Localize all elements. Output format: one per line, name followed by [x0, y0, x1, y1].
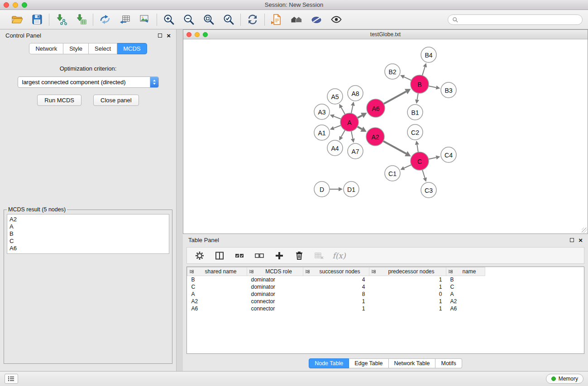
tab-style[interactable]: Style [63, 43, 89, 54]
node-A6[interactable]: A6 [367, 99, 385, 117]
close-panel-button[interactable]: Close panel [93, 95, 139, 106]
edge-C-C2[interactable] [417, 145, 418, 152]
memory-button[interactable]: Memory [546, 374, 583, 384]
node-A1[interactable]: A1 [314, 125, 330, 140]
column-header-predecessor-nodes[interactable]: predecessor nodes [369, 267, 446, 276]
edge-A-A1[interactable] [334, 125, 341, 128]
delete-row-icon[interactable] [294, 250, 305, 261]
tab-motifs[interactable]: Motifs [435, 358, 462, 368]
mcds-result-item[interactable]: A6 [10, 245, 167, 252]
search-input[interactable] [460, 16, 578, 23]
node-C3[interactable]: C3 [421, 182, 436, 198]
node-C1[interactable]: C1 [385, 166, 400, 181]
close-window-button[interactable] [4, 2, 9, 8]
resize-handle[interactable] [582, 228, 587, 233]
node-B1[interactable]: B1 [407, 105, 423, 120]
edge-C-C3[interactable] [422, 170, 425, 178]
network-canvas[interactable]: B4B2BB3A5A8A6A3B1AC2A1A2A4A7C4CC1C3DD1 [183, 39, 588, 234]
float-panel-icon[interactable] [158, 33, 162, 38]
export-image-icon[interactable] [139, 13, 151, 26]
edge-B-B3[interactable] [429, 86, 436, 87]
export-network-icon[interactable] [99, 13, 111, 26]
node-table[interactable]: shared nameMCDS rolesuccessor nodesprede… [186, 267, 584, 354]
import-table-icon[interactable] [75, 13, 87, 26]
edge-A-A5[interactable] [341, 107, 345, 114]
minimize-window-button[interactable] [13, 2, 18, 8]
float-table-panel-icon[interactable] [570, 238, 574, 242]
network-close-button[interactable] [186, 32, 191, 37]
node-A5[interactable]: A5 [327, 89, 343, 104]
node-A2[interactable]: A2 [366, 128, 384, 146]
save-session-icon[interactable] [31, 13, 43, 26]
search-box[interactable] [448, 14, 583, 25]
node-D[interactable]: D [314, 181, 330, 197]
node-B[interactable]: B [411, 75, 429, 93]
tab-mcds[interactable]: MCDS [117, 43, 147, 54]
mcds-result-item[interactable]: C [10, 238, 167, 245]
network-minimize-button[interactable] [195, 32, 200, 37]
tab-network-table[interactable]: Network Table [389, 358, 436, 368]
node-C4[interactable]: C4 [441, 147, 456, 162]
network-zoom-button[interactable] [203, 32, 208, 37]
node-A3[interactable]: A3 [314, 104, 330, 119]
zoom-in-icon[interactable] [163, 13, 175, 26]
mcds-result-item[interactable]: A [10, 223, 167, 230]
edge-A-A4[interactable] [341, 130, 345, 137]
edge-A2-C[interactable] [383, 141, 406, 154]
home-icon[interactable] [290, 13, 303, 26]
node-A7[interactable]: A7 [348, 143, 363, 159]
optimization-dropdown[interactable]: largest connected component (directed) [18, 76, 159, 88]
table-row[interactable]: A6connector11A6 [187, 305, 485, 312]
table-row[interactable]: Bdominator41B [187, 276, 485, 284]
delete-table-icon[interactable] [314, 250, 325, 261]
select-all-icon[interactable] [234, 250, 245, 261]
eye-icon[interactable] [330, 13, 343, 26]
node-D1[interactable]: D1 [344, 181, 359, 197]
tab-select[interactable]: Select [89, 43, 117, 54]
column-header-name[interactable]: name [446, 267, 485, 276]
node-B3[interactable]: B3 [441, 82, 456, 98]
edge-B-B1[interactable] [417, 93, 418, 100]
edge-B-B4[interactable] [422, 67, 425, 76]
node-A8[interactable]: A8 [348, 86, 363, 101]
import-network-icon[interactable] [55, 13, 67, 26]
node-B4[interactable]: B4 [421, 47, 436, 62]
table-row[interactable]: Cdominator41C [187, 283, 485, 291]
open-file-icon[interactable] [11, 13, 24, 26]
columns-icon[interactable] [214, 250, 225, 261]
node-C2[interactable]: C2 [407, 124, 423, 140]
edge-A-A7[interactable] [351, 131, 353, 139]
zoom-selected-icon[interactable] [222, 13, 235, 26]
tab-network[interactable]: Network [29, 43, 63, 54]
visibility-icon[interactable] [310, 13, 323, 26]
zoom-window-button[interactable] [22, 2, 27, 8]
edge-C-C1[interactable] [404, 165, 411, 168]
refresh-icon[interactable] [246, 13, 259, 26]
edge-A-A6[interactable] [358, 115, 362, 118]
table-row[interactable]: A2connector11A2 [187, 298, 485, 305]
mcds-result-item[interactable]: A2 [10, 216, 167, 223]
zoom-fit-icon[interactable] [202, 13, 215, 26]
edge-C-C4[interactable] [429, 157, 436, 159]
add-row-icon[interactable] [274, 250, 285, 261]
node-A4[interactable]: A4 [327, 140, 343, 156]
close-table-panel-icon[interactable]: × [578, 237, 583, 243]
column-header-successor-nodes[interactable]: successor nodes [303, 267, 369, 276]
column-header-MCDS-role[interactable]: MCDS role [247, 267, 303, 276]
table-row[interactable]: Adominator80A [187, 291, 485, 298]
node-B2[interactable]: B2 [385, 64, 400, 79]
function-icon[interactable]: f(x) [334, 250, 344, 261]
tab-node-table[interactable]: Node Table [309, 358, 349, 368]
mcds-result-list[interactable]: A2ABCA6 [7, 214, 169, 254]
close-panel-icon[interactable]: × [167, 32, 171, 39]
export-table-icon[interactable] [119, 13, 131, 26]
deselect-all-icon[interactable] [254, 250, 265, 261]
node-C[interactable]: C [411, 152, 429, 170]
tab-edge-table[interactable]: Edge Table [349, 358, 388, 368]
run-mcds-button[interactable]: Run MCDS [37, 95, 81, 106]
edge-A-A3[interactable] [334, 116, 341, 119]
node-A[interactable]: A [340, 113, 359, 131]
open-panel-icon[interactable] [270, 13, 283, 26]
gear-icon[interactable] [194, 250, 205, 261]
edge-A-A2[interactable] [357, 127, 362, 129]
